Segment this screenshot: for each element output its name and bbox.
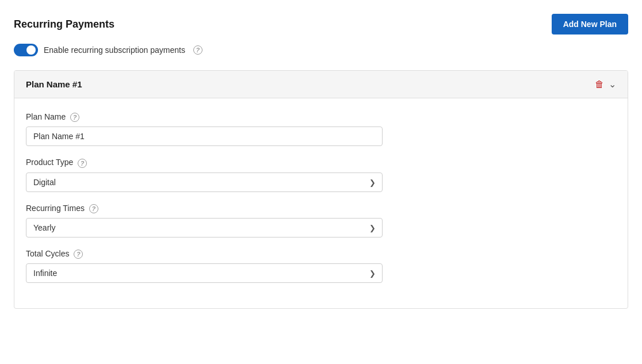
recurring-times-select-wrapper: Daily Weekly Monthly Yearly ❯ (26, 218, 383, 237)
recurring-times-label: Recurring Times ? (26, 204, 616, 213)
toggle-help-icon[interactable]: ? (193, 45, 202, 55)
plan-card: Plan Name #1 🗑 ⌄ Plan Name ? Product Typ… (14, 70, 628, 309)
total-cycles-help-icon[interactable]: ? (74, 250, 83, 259)
plan-card-actions: 🗑 ⌄ (595, 79, 616, 90)
plan-name-help-icon[interactable]: ? (70, 113, 79, 122)
product-type-select[interactable]: Digital Physical Service (26, 173, 383, 192)
plan-card-header: Plan Name #1 🗑 ⌄ (14, 71, 628, 98)
total-cycles-select-wrapper: Infinite 1 2 3 6 12 ❯ (26, 263, 383, 283)
total-cycles-group: Total Cycles ? Infinite 1 2 3 6 12 ❯ (26, 249, 616, 283)
total-cycles-label: Total Cycles ? (26, 249, 616, 259)
toggle-label: Enable recurring subscription payments (44, 45, 185, 55)
collapse-plan-icon[interactable]: ⌄ (609, 79, 616, 90)
page-title: Recurring Payments (14, 18, 114, 30)
product-type-select-wrapper: Digital Physical Service ❯ (26, 173, 383, 192)
product-type-help-icon[interactable]: ? (78, 159, 87, 168)
product-type-label: Product Type ? (26, 158, 616, 167)
recurring-times-group: Recurring Times ? Daily Weekly Monthly Y… (26, 204, 616, 237)
toggle-row: Enable recurring subscription payments ? (14, 44, 628, 56)
delete-plan-icon[interactable]: 🗑 (595, 79, 604, 90)
recurring-times-help-icon[interactable]: ? (89, 204, 98, 213)
product-type-group: Product Type ? Digital Physical Service … (26, 158, 616, 191)
add-new-plan-button[interactable]: Add New Plan (552, 14, 628, 35)
plan-card-body: Plan Name ? Product Type ? Digital Physi… (14, 98, 628, 308)
recurring-payments-toggle[interactable] (14, 44, 38, 56)
total-cycles-select[interactable]: Infinite 1 2 3 6 12 (26, 263, 383, 283)
toggle-slider (14, 44, 38, 56)
plan-name-input[interactable] (26, 127, 383, 146)
plan-name-group: Plan Name ? (26, 112, 616, 146)
plan-name-label: Plan Name ? (26, 112, 616, 122)
recurring-times-select[interactable]: Daily Weekly Monthly Yearly (26, 218, 383, 237)
page-header: Recurring Payments Add New Plan (14, 14, 628, 35)
plan-card-title: Plan Name #1 (26, 79, 82, 89)
